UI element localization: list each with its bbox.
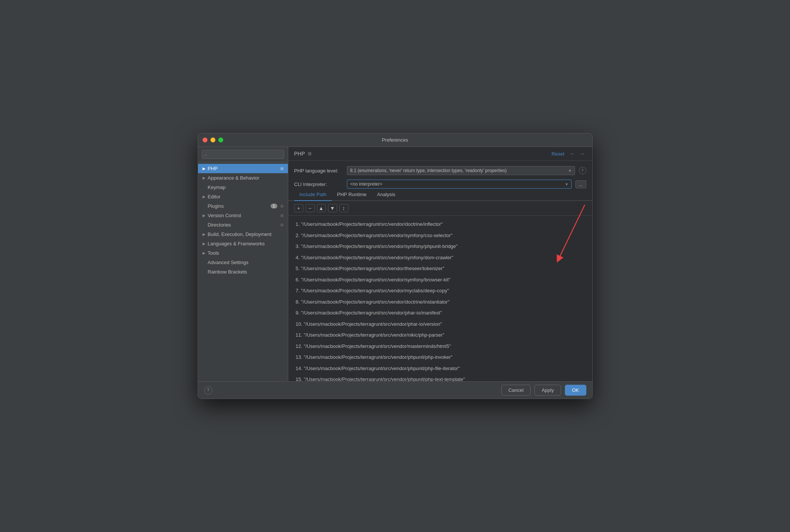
- layout-icon: ⊞: [280, 223, 283, 227]
- sidebar-item-languages[interactable]: ▶ Languages & Frameworks: [198, 239, 288, 248]
- tab-analysis[interactable]: Analysis: [372, 189, 400, 201]
- sidebar-item-editor[interactable]: ▶ Editor: [198, 192, 288, 201]
- path-list-item[interactable]: 12. "/Users/macbook/Projects/terragrunt/…: [288, 341, 592, 352]
- minimize-button[interactable]: [210, 138, 215, 142]
- panel-main: + − ▲ ▼ ↕ 1. "/Users/macbook/Projects/te…: [288, 201, 592, 381]
- path-list-item[interactable]: 14. "/Users/macbook/Projects/terragrunt/…: [288, 363, 592, 374]
- language-level-row: PHP language level: 8.1 (enumerations, '…: [294, 166, 586, 175]
- sidebar-item-label: Keymap: [208, 184, 283, 190]
- sort-button[interactable]: ↕: [339, 204, 348, 212]
- sidebar: ⌕ ▶ PHP ⊞ ▶ Appearance & Behavior: [198, 147, 288, 381]
- panel-header: PHP ⊞ Reset ← →: [288, 147, 592, 161]
- ok-button[interactable]: OK: [565, 385, 586, 396]
- cli-interpreter-select[interactable]: <no interpreter>: [347, 180, 572, 189]
- chevron-icon: ▶: [203, 251, 206, 255]
- language-level-select[interactable]: 8.1 (enumerations, 'never' return type, …: [347, 166, 575, 175]
- chevron-icon: ▶: [203, 176, 206, 180]
- path-list-item[interactable]: 1. "/Users/macbook/Projects/terragrunt/s…: [288, 219, 592, 230]
- bottom-right: Cancel Apply OK: [501, 385, 586, 396]
- path-list-item[interactable]: 8. "/Users/macbook/Projects/terragrunt/s…: [288, 296, 592, 308]
- language-level-select-wrapper: 8.1 (enumerations, 'never' return type, …: [347, 166, 575, 175]
- apply-button[interactable]: Apply: [534, 385, 561, 396]
- sidebar-item-label: Advanced Settings: [208, 260, 283, 265]
- chevron-icon: ▶: [203, 166, 206, 171]
- sidebar-item-appearance[interactable]: ▶ Appearance & Behavior: [198, 173, 288, 183]
- sidebar-nav: ▶ PHP ⊞ ▶ Appearance & Behavior ▶ Keymap…: [198, 162, 288, 381]
- move-down-button[interactable]: ▼: [328, 204, 337, 212]
- remove-path-button[interactable]: −: [306, 204, 315, 212]
- tab-include-path[interactable]: Include Path: [294, 189, 332, 201]
- path-list-item[interactable]: 4. "/Users/macbook/Projects/terragrunt/s…: [288, 252, 592, 263]
- path-list-item[interactable]: 9. "/Users/macbook/Projects/terragrunt/s…: [288, 307, 592, 319]
- sidebar-item-build[interactable]: ▶ Build, Execution, Deployment: [198, 230, 288, 239]
- sidebar-item-label: Rainbow Brackets: [208, 269, 283, 275]
- sidebar-item-php[interactable]: ▶ PHP ⊞: [198, 164, 288, 173]
- sidebar-item-directories[interactable]: ▶ Directories ⊞: [198, 220, 288, 230]
- panel-title: PHP ⊞: [294, 151, 312, 157]
- search-input[interactable]: [202, 150, 284, 159]
- path-list-item[interactable]: 11. "/Users/macbook/Projects/terragrunt/…: [288, 329, 592, 341]
- language-level-label: PHP language level:: [294, 168, 343, 174]
- layout-icon: ⊞: [280, 213, 283, 218]
- path-list-item[interactable]: 10. "/Users/macbook/Projects/terragrunt/…: [288, 319, 592, 330]
- add-path-button[interactable]: +: [294, 204, 303, 212]
- chevron-icon: ▶: [203, 232, 206, 236]
- search-icon: ⌕: [204, 152, 207, 157]
- sidebar-item-keymap[interactable]: ▶ Keymap: [198, 183, 288, 192]
- sidebar-item-label: Languages & Frameworks: [208, 241, 283, 246]
- sidebar-item-label: Version Control: [208, 213, 279, 218]
- cli-interpreter-label: CLI Interpreter:: [294, 181, 343, 187]
- layout-icon: ⊞: [280, 166, 283, 171]
- nav-arrows: ← →: [568, 151, 586, 157]
- help-button[interactable]: ?: [579, 167, 586, 174]
- path-list-item[interactable]: 2. "/Users/macbook/Projects/terragrunt/s…: [288, 230, 592, 241]
- sidebar-item-advanced[interactable]: ▶ Advanced Settings: [198, 258, 288, 267]
- sidebar-item-version-control[interactable]: ▶ Version Control ⊞: [198, 211, 288, 220]
- cli-interpreter-select-wrapper: <no interpreter> ▼: [347, 180, 572, 189]
- move-up-button[interactable]: ▲: [317, 204, 326, 212]
- path-list-item[interactable]: 15. "/Users/macbook/Projects/terragrunt/…: [288, 374, 592, 381]
- tab-php-runtime[interactable]: PHP Runtime: [332, 189, 372, 201]
- main-content: ⌕ ▶ PHP ⊞ ▶ Appearance & Behavior: [198, 147, 592, 381]
- sidebar-item-label: Editor: [208, 194, 283, 200]
- titlebar: Preferences: [198, 133, 592, 147]
- path-list-item[interactable]: 6. "/Users/macbook/Projects/terragrunt/s…: [288, 274, 592, 286]
- path-list-item[interactable]: 13. "/Users/macbook/Projects/terragrunt/…: [288, 352, 592, 363]
- sidebar-item-label: Tools: [208, 250, 283, 256]
- sidebar-item-label: Directories: [208, 222, 279, 228]
- sidebar-item-plugins[interactable]: ▶ Plugins 1 ⊞: [198, 201, 288, 211]
- panel-title-icon: ⊞: [308, 151, 312, 156]
- cancel-button[interactable]: Cancel: [501, 385, 531, 396]
- close-button[interactable]: [203, 138, 207, 142]
- cli-interpreter-row: CLI Interpreter: <no interpreter> ▼ ...: [294, 180, 586, 189]
- toolbar-row: + − ▲ ▼ ↕: [288, 201, 592, 216]
- panel-title-text: PHP: [294, 151, 305, 157]
- window-title: Preferences: [382, 137, 408, 143]
- path-list-item[interactable]: 3. "/Users/macbook/Projects/terragrunt/s…: [288, 241, 592, 252]
- tab-analysis-label: Analysis: [377, 192, 395, 197]
- tab-include-path-label: Include Path: [300, 192, 327, 197]
- reset-link[interactable]: Reset: [552, 151, 565, 157]
- sidebar-item-rainbow[interactable]: ▶ Rainbow Brackets: [198, 267, 288, 277]
- preferences-window: Preferences ⌕ ▶ PHP ⊞ ▶ A: [198, 133, 593, 399]
- sidebar-item-label: Plugins: [208, 203, 271, 209]
- panel-form-area: PHP language level: 8.1 (enumerations, '…: [288, 161, 592, 189]
- path-list-item[interactable]: 7. "/Users/macbook/Projects/terragrunt/s…: [288, 285, 592, 296]
- sidebar-item-tools[interactable]: ▶ Tools: [198, 248, 288, 258]
- sidebar-item-label: Build, Execution, Deployment: [208, 231, 283, 237]
- sidebar-item-label: PHP: [208, 166, 279, 171]
- bottom-bar: ? Cancel Apply OK: [198, 381, 592, 399]
- titlebar-buttons: [203, 138, 223, 142]
- path-list-item[interactable]: 5. "/Users/macbook/Projects/terragrunt/s…: [288, 263, 592, 274]
- dots-button[interactable]: ...: [575, 180, 586, 188]
- path-list: 1. "/Users/macbook/Projects/terragrunt/s…: [288, 216, 592, 381]
- forward-arrow[interactable]: →: [578, 151, 586, 157]
- bottom-left: ?: [204, 386, 212, 394]
- chevron-icon: ▶: [203, 213, 206, 218]
- back-arrow[interactable]: ←: [568, 151, 577, 157]
- help-question-button[interactable]: ?: [204, 386, 212, 394]
- maximize-button[interactable]: [218, 138, 223, 142]
- right-panel: PHP ⊞ Reset ← → PHP language level: 8.1 …: [288, 147, 592, 381]
- sidebar-item-label: Appearance & Behavior: [208, 175, 283, 181]
- search-bar: ⌕: [198, 147, 288, 162]
